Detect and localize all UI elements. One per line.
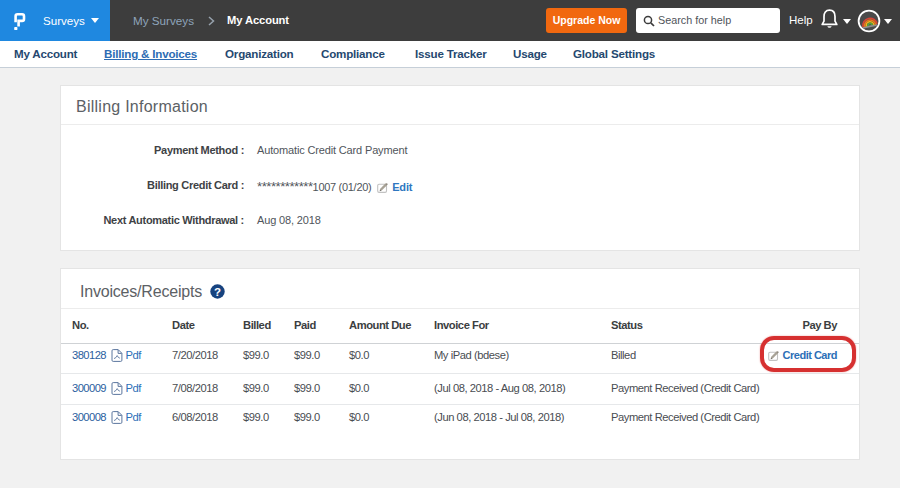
svg-text:?: ? — [214, 285, 221, 297]
